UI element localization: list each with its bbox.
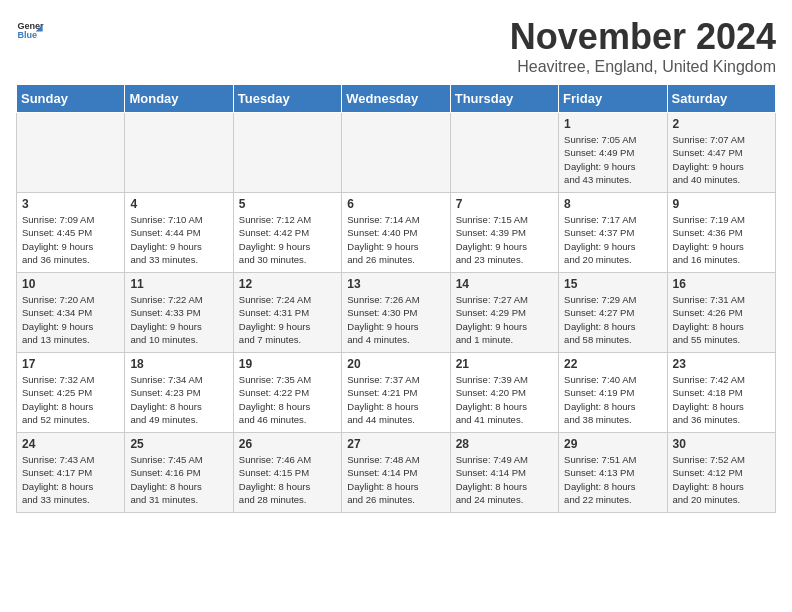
calendar-table: SundayMondayTuesdayWednesdayThursdayFrid… (16, 84, 776, 513)
day-info: Sunrise: 7:45 AM Sunset: 4:16 PM Dayligh… (130, 453, 227, 506)
day-info: Sunrise: 7:19 AM Sunset: 4:36 PM Dayligh… (673, 213, 770, 266)
day-number: 12 (239, 277, 336, 291)
calendar-header: SundayMondayTuesdayWednesdayThursdayFrid… (17, 85, 776, 113)
day-info: Sunrise: 7:12 AM Sunset: 4:42 PM Dayligh… (239, 213, 336, 266)
header-day: Thursday (450, 85, 558, 113)
calendar-cell: 21Sunrise: 7:39 AM Sunset: 4:20 PM Dayli… (450, 353, 558, 433)
calendar-cell: 1Sunrise: 7:05 AM Sunset: 4:49 PM Daylig… (559, 113, 667, 193)
day-number: 19 (239, 357, 336, 371)
day-number: 26 (239, 437, 336, 451)
calendar-week-row: 10Sunrise: 7:20 AM Sunset: 4:34 PM Dayli… (17, 273, 776, 353)
day-number: 4 (130, 197, 227, 211)
day-info: Sunrise: 7:20 AM Sunset: 4:34 PM Dayligh… (22, 293, 119, 346)
day-number: 8 (564, 197, 661, 211)
calendar-cell: 28Sunrise: 7:49 AM Sunset: 4:14 PM Dayli… (450, 433, 558, 513)
calendar-cell (233, 113, 341, 193)
day-number: 21 (456, 357, 553, 371)
day-number: 14 (456, 277, 553, 291)
calendar-cell: 14Sunrise: 7:27 AM Sunset: 4:29 PM Dayli… (450, 273, 558, 353)
calendar-cell: 4Sunrise: 7:10 AM Sunset: 4:44 PM Daylig… (125, 193, 233, 273)
header-day: Wednesday (342, 85, 450, 113)
day-number: 11 (130, 277, 227, 291)
day-info: Sunrise: 7:51 AM Sunset: 4:13 PM Dayligh… (564, 453, 661, 506)
day-info: Sunrise: 7:07 AM Sunset: 4:47 PM Dayligh… (673, 133, 770, 186)
calendar-cell: 30Sunrise: 7:52 AM Sunset: 4:12 PM Dayli… (667, 433, 775, 513)
day-info: Sunrise: 7:39 AM Sunset: 4:20 PM Dayligh… (456, 373, 553, 426)
day-number: 22 (564, 357, 661, 371)
day-number: 23 (673, 357, 770, 371)
calendar-week-row: 1Sunrise: 7:05 AM Sunset: 4:49 PM Daylig… (17, 113, 776, 193)
calendar-cell: 29Sunrise: 7:51 AM Sunset: 4:13 PM Dayli… (559, 433, 667, 513)
calendar-week-row: 3Sunrise: 7:09 AM Sunset: 4:45 PM Daylig… (17, 193, 776, 273)
header-day: Tuesday (233, 85, 341, 113)
calendar-body: 1Sunrise: 7:05 AM Sunset: 4:49 PM Daylig… (17, 113, 776, 513)
calendar-cell: 8Sunrise: 7:17 AM Sunset: 4:37 PM Daylig… (559, 193, 667, 273)
header-day: Monday (125, 85, 233, 113)
day-info: Sunrise: 7:52 AM Sunset: 4:12 PM Dayligh… (673, 453, 770, 506)
day-info: Sunrise: 7:26 AM Sunset: 4:30 PM Dayligh… (347, 293, 444, 346)
day-number: 20 (347, 357, 444, 371)
svg-text:Blue: Blue (17, 30, 37, 40)
calendar-cell: 18Sunrise: 7:34 AM Sunset: 4:23 PM Dayli… (125, 353, 233, 433)
logo-icon: General Blue (16, 16, 44, 44)
header-day: Saturday (667, 85, 775, 113)
day-number: 29 (564, 437, 661, 451)
calendar-cell: 3Sunrise: 7:09 AM Sunset: 4:45 PM Daylig… (17, 193, 125, 273)
day-info: Sunrise: 7:24 AM Sunset: 4:31 PM Dayligh… (239, 293, 336, 346)
calendar-cell: 16Sunrise: 7:31 AM Sunset: 4:26 PM Dayli… (667, 273, 775, 353)
calendar-cell: 7Sunrise: 7:15 AM Sunset: 4:39 PM Daylig… (450, 193, 558, 273)
day-number: 13 (347, 277, 444, 291)
day-number: 10 (22, 277, 119, 291)
day-number: 5 (239, 197, 336, 211)
header-row: SundayMondayTuesdayWednesdayThursdayFrid… (17, 85, 776, 113)
day-info: Sunrise: 7:37 AM Sunset: 4:21 PM Dayligh… (347, 373, 444, 426)
day-info: Sunrise: 7:22 AM Sunset: 4:33 PM Dayligh… (130, 293, 227, 346)
day-info: Sunrise: 7:32 AM Sunset: 4:25 PM Dayligh… (22, 373, 119, 426)
calendar-cell: 10Sunrise: 7:20 AM Sunset: 4:34 PM Dayli… (17, 273, 125, 353)
title-area: November 2024 Heavitree, England, United… (510, 16, 776, 76)
calendar-cell (17, 113, 125, 193)
day-info: Sunrise: 7:27 AM Sunset: 4:29 PM Dayligh… (456, 293, 553, 346)
day-number: 15 (564, 277, 661, 291)
day-info: Sunrise: 7:43 AM Sunset: 4:17 PM Dayligh… (22, 453, 119, 506)
day-info: Sunrise: 7:05 AM Sunset: 4:49 PM Dayligh… (564, 133, 661, 186)
calendar-cell: 13Sunrise: 7:26 AM Sunset: 4:30 PM Dayli… (342, 273, 450, 353)
calendar-cell (125, 113, 233, 193)
day-info: Sunrise: 7:48 AM Sunset: 4:14 PM Dayligh… (347, 453, 444, 506)
location-title: Heavitree, England, United Kingdom (510, 58, 776, 76)
calendar-cell: 23Sunrise: 7:42 AM Sunset: 4:18 PM Dayli… (667, 353, 775, 433)
day-number: 24 (22, 437, 119, 451)
header: General Blue November 2024 Heavitree, En… (16, 16, 776, 76)
day-number: 6 (347, 197, 444, 211)
day-info: Sunrise: 7:17 AM Sunset: 4:37 PM Dayligh… (564, 213, 661, 266)
calendar-cell: 25Sunrise: 7:45 AM Sunset: 4:16 PM Dayli… (125, 433, 233, 513)
day-info: Sunrise: 7:42 AM Sunset: 4:18 PM Dayligh… (673, 373, 770, 426)
calendar-cell (342, 113, 450, 193)
calendar-cell: 15Sunrise: 7:29 AM Sunset: 4:27 PM Dayli… (559, 273, 667, 353)
calendar-cell: 19Sunrise: 7:35 AM Sunset: 4:22 PM Dayli… (233, 353, 341, 433)
day-info: Sunrise: 7:31 AM Sunset: 4:26 PM Dayligh… (673, 293, 770, 346)
calendar-week-row: 24Sunrise: 7:43 AM Sunset: 4:17 PM Dayli… (17, 433, 776, 513)
day-info: Sunrise: 7:09 AM Sunset: 4:45 PM Dayligh… (22, 213, 119, 266)
day-info: Sunrise: 7:34 AM Sunset: 4:23 PM Dayligh… (130, 373, 227, 426)
day-number: 2 (673, 117, 770, 131)
calendar-cell (450, 113, 558, 193)
calendar-cell: 20Sunrise: 7:37 AM Sunset: 4:21 PM Dayli… (342, 353, 450, 433)
header-day: Sunday (17, 85, 125, 113)
calendar-cell: 11Sunrise: 7:22 AM Sunset: 4:33 PM Dayli… (125, 273, 233, 353)
logo: General Blue (16, 16, 44, 44)
day-info: Sunrise: 7:14 AM Sunset: 4:40 PM Dayligh… (347, 213, 444, 266)
day-number: 27 (347, 437, 444, 451)
header-day: Friday (559, 85, 667, 113)
calendar-cell: 27Sunrise: 7:48 AM Sunset: 4:14 PM Dayli… (342, 433, 450, 513)
day-info: Sunrise: 7:46 AM Sunset: 4:15 PM Dayligh… (239, 453, 336, 506)
day-info: Sunrise: 7:49 AM Sunset: 4:14 PM Dayligh… (456, 453, 553, 506)
day-number: 16 (673, 277, 770, 291)
day-number: 1 (564, 117, 661, 131)
day-info: Sunrise: 7:15 AM Sunset: 4:39 PM Dayligh… (456, 213, 553, 266)
day-info: Sunrise: 7:35 AM Sunset: 4:22 PM Dayligh… (239, 373, 336, 426)
day-number: 18 (130, 357, 227, 371)
calendar-cell: 2Sunrise: 7:07 AM Sunset: 4:47 PM Daylig… (667, 113, 775, 193)
calendar-cell: 5Sunrise: 7:12 AM Sunset: 4:42 PM Daylig… (233, 193, 341, 273)
calendar-cell: 17Sunrise: 7:32 AM Sunset: 4:25 PM Dayli… (17, 353, 125, 433)
